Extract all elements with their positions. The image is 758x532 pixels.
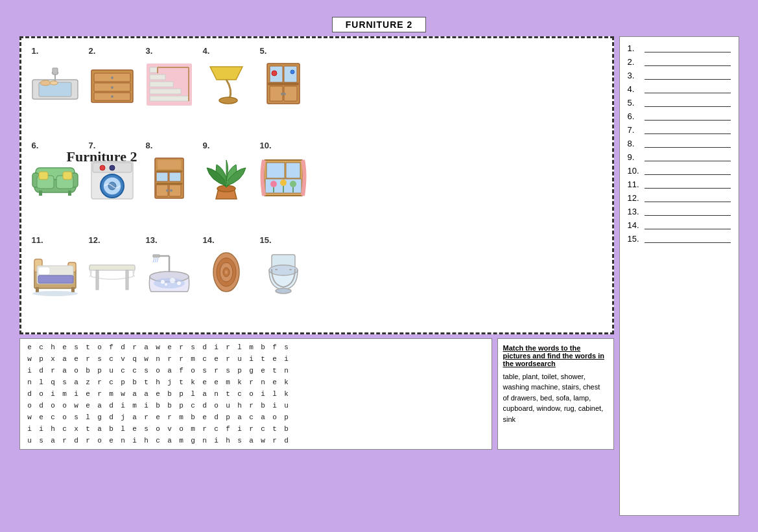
answer-line-5 (645, 98, 731, 107)
ws-cell: s (234, 435, 246, 446)
ws-cell: i (24, 423, 36, 435)
answer-row-13: 13. (628, 207, 731, 216)
answer-row-1: 1. (628, 43, 731, 53)
answer-num-11: 11. (628, 179, 642, 189)
instructions-title: Match the words to the pictures and find… (503, 344, 608, 367)
item-8: 8. (141, 138, 198, 206)
ws-cell: b (106, 423, 117, 435)
ws-cell: e (269, 376, 281, 388)
ws-cell: o (246, 388, 257, 400)
item-3: 3. (141, 43, 198, 111)
ws-cell: r (211, 365, 222, 376)
ws-cell: e (129, 423, 141, 435)
svg-rect-103 (289, 269, 292, 270)
answer-line-4 (645, 84, 731, 93)
ws-cell: u (24, 435, 36, 446)
ws-cell: n (152, 353, 164, 365)
ws-cell: e (152, 388, 164, 400)
ws-cell: n (257, 376, 269, 388)
ws-cell: z (82, 376, 94, 388)
ws-cell: g (246, 365, 257, 376)
item-10: 10. (255, 138, 312, 206)
ws-cell: e (24, 341, 36, 353)
svg-point-101 (276, 288, 291, 294)
svg-rect-63 (286, 163, 300, 178)
svg-point-31 (272, 71, 277, 76)
svg-rect-76 (38, 275, 73, 283)
ws-cell: f (106, 341, 117, 353)
ws-cell: h (152, 376, 164, 388)
ws-cell: d (117, 341, 129, 353)
svg-point-66 (280, 179, 287, 186)
main-container: FURNITURE 2 Furniture 2 1. (13, 10, 746, 522)
svg-line-92 (155, 258, 156, 262)
ws-cell: i (246, 353, 257, 365)
ws-cell: e (164, 341, 176, 353)
ws-cell: p (222, 411, 234, 423)
answer-row-5: 5. (628, 98, 731, 108)
ws-cell: e (269, 353, 281, 365)
ws-cell: s (71, 411, 82, 423)
ws-cell: b (82, 365, 94, 376)
svg-point-67 (290, 181, 296, 187)
ws-cell: a (141, 341, 152, 353)
answer-num-14: 14. (628, 220, 642, 230)
ws-cell: b (257, 400, 269, 411)
ws-cell: i (129, 435, 141, 446)
ws-cell: h (234, 400, 246, 411)
ws-cell: s (141, 365, 152, 376)
ws-cell: m (246, 341, 257, 353)
ws-cell: d (71, 435, 82, 446)
ws-cell: b (164, 400, 176, 411)
answer-line-9 (645, 152, 731, 161)
ws-cell: o (71, 365, 82, 376)
ws-cell: d (211, 411, 222, 423)
ws-cell: p (117, 376, 129, 388)
ws-cell: s (141, 423, 152, 435)
ws-cell: m (176, 435, 187, 446)
svg-point-29 (281, 93, 283, 95)
ws-cell: o (36, 388, 47, 400)
ws-cell: m (59, 388, 71, 400)
ws-cell: t (269, 365, 281, 376)
svg-line-91 (153, 258, 154, 262)
ws-cell: a (129, 411, 141, 423)
ws-cell: c (257, 423, 269, 435)
svg-point-86 (170, 278, 175, 283)
answer-row-6: 6. (628, 111, 731, 121)
ws-cell: r (47, 365, 59, 376)
svg-point-65 (270, 181, 277, 187)
ws-cell: c (129, 365, 141, 376)
item-11: 11. (27, 233, 84, 301)
ws-cell: r (222, 353, 234, 365)
ws-cell: l (117, 423, 129, 435)
item-5: 5. (255, 43, 312, 111)
svg-rect-18 (150, 67, 158, 73)
svg-rect-27 (270, 86, 283, 101)
svg-point-46 (110, 165, 115, 170)
ws-cell: i (257, 388, 269, 400)
ws-cell: e (211, 353, 222, 365)
item-12: 12. (84, 233, 141, 301)
ws-cell: v (164, 423, 176, 435)
answer-row-3: 3. (628, 71, 731, 80)
svg-rect-80 (89, 265, 135, 270)
ws-cell: x (71, 423, 82, 435)
ws-cell: o (24, 400, 36, 411)
svg-point-10 (111, 86, 113, 89)
ws-cell: c (106, 353, 117, 365)
left-section: Furniture 2 1. (19, 36, 614, 516)
svg-rect-78 (71, 287, 75, 292)
ws-cell: o (152, 365, 164, 376)
ws-cell: m (187, 423, 199, 435)
ws-cell: h (47, 341, 59, 353)
ws-cell: a (164, 365, 176, 376)
ws-cell: b (152, 400, 164, 411)
answer-row-4: 4. (628, 84, 731, 94)
ws-cell: i (47, 388, 59, 400)
ws-cell: w (257, 435, 269, 446)
ws-cell: l (82, 411, 94, 423)
ws-cell: d (281, 435, 292, 446)
ws-cell: e (152, 411, 164, 423)
answer-num-12: 12. (628, 193, 642, 203)
